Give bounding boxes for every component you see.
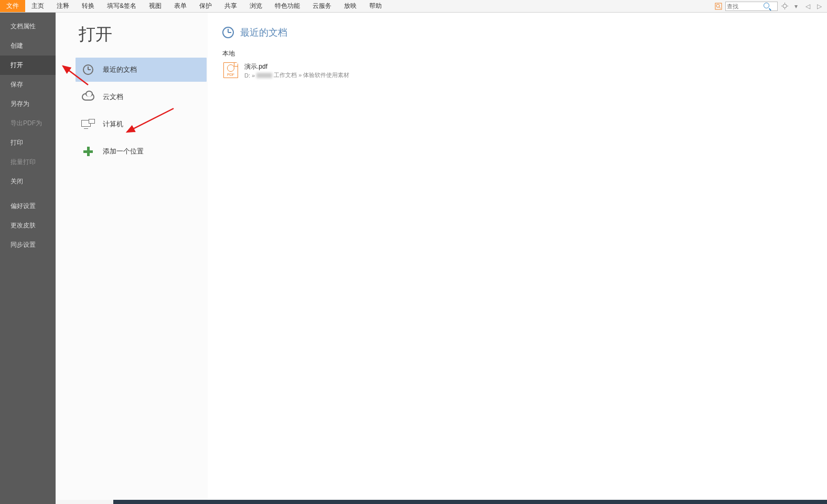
sidebar-item-3[interactable]: 保存 bbox=[0, 75, 56, 94]
location-cloud[interactable]: 云文档 bbox=[76, 85, 207, 109]
search-icon[interactable] bbox=[762, 2, 772, 10]
gear-icon[interactable] bbox=[780, 2, 789, 11]
sidebar-item-6[interactable]: 打印 bbox=[0, 133, 56, 152]
top-menubar: 文件主页注释转换填写&签名视图表单保护共享浏览特色功能云服务放映帮助 ▾ ◁ ▷ bbox=[0, 0, 827, 13]
menu-tab-5[interactable]: 视图 bbox=[143, 0, 168, 12]
menu-tab-2[interactable]: 注释 bbox=[50, 0, 76, 12]
doc-path: D: » 工作文档 » 体验软件使用素材 bbox=[244, 71, 349, 79]
menu-tab-4[interactable]: 填写&签名 bbox=[101, 0, 143, 12]
nav-forward-icon[interactable]: ▷ bbox=[814, 2, 824, 11]
menu-tab-10[interactable]: 特色功能 bbox=[268, 0, 306, 12]
menu-tab-3[interactable]: 转换 bbox=[76, 0, 101, 12]
menu-tab-1[interactable]: 主页 bbox=[25, 0, 50, 12]
location-clock[interactable]: 最近的文档 bbox=[76, 58, 207, 82]
file-sidebar: 文档属性创建打开保存另存为导出PDF为打印批量打印关闭偏好设置更改皮肤同步设置 bbox=[0, 13, 56, 504]
menu-tab-8[interactable]: 共享 bbox=[218, 0, 243, 12]
menu-tab-7[interactable]: 保护 bbox=[193, 0, 218, 12]
plus-icon bbox=[81, 144, 95, 159]
sidebar-item-9 bbox=[0, 191, 56, 196]
search-input[interactable] bbox=[726, 3, 762, 9]
recent-doc-0[interactable]: PDF演示.pdfD: » 工作文档 » 体验软件使用素材 bbox=[222, 60, 817, 81]
clock-icon bbox=[222, 27, 234, 38]
menu-tab-11[interactable]: 云服务 bbox=[306, 0, 338, 12]
sidebar-item-0[interactable]: 文档属性 bbox=[0, 17, 56, 36]
svg-line-2 bbox=[719, 7, 721, 8]
search-options-icon[interactable] bbox=[714, 2, 723, 11]
sidebar-item-11[interactable]: 更改皮肤 bbox=[0, 216, 56, 235]
clock-icon bbox=[81, 62, 95, 77]
sidebar-item-2[interactable]: 打开 bbox=[0, 56, 56, 75]
location-label: 添加一个位置 bbox=[103, 147, 144, 156]
recent-heading: 最近的文档 bbox=[222, 26, 817, 39]
menu-tab-12[interactable]: 放映 bbox=[338, 0, 363, 12]
sidebar-item-8[interactable]: 关闭 bbox=[0, 172, 56, 191]
recent-documents-pane: 最近的文档 本地 PDF演示.pdfD: » 工作文档 » 体验软件使用素材 bbox=[208, 13, 827, 504]
search-box[interactable] bbox=[725, 2, 778, 11]
location-label: 云文档 bbox=[103, 92, 123, 102]
recent-group-label: 本地 bbox=[222, 49, 817, 58]
status-strip bbox=[56, 500, 827, 504]
menu-tab-6[interactable]: 表单 bbox=[168, 0, 193, 12]
location-label: 计算机 bbox=[103, 119, 123, 129]
menu-tab-9[interactable]: 浏览 bbox=[243, 0, 268, 12]
cloud-icon bbox=[81, 90, 95, 104]
recent-heading-label: 最近的文档 bbox=[240, 26, 287, 39]
menu-tab-13[interactable]: 帮助 bbox=[363, 0, 388, 12]
sidebar-item-5: 导出PDF为 bbox=[0, 114, 56, 133]
svg-point-3 bbox=[783, 4, 787, 8]
sidebar-item-1[interactable]: 创建 bbox=[0, 36, 56, 56]
sidebar-item-12[interactable]: 同步设置 bbox=[0, 235, 56, 255]
gear-dropdown-icon[interactable]: ▾ bbox=[791, 2, 801, 11]
nav-back-icon[interactable]: ◁ bbox=[803, 2, 812, 11]
sidebar-item-4[interactable]: 另存为 bbox=[0, 94, 56, 114]
doc-title: 演示.pdf bbox=[244, 62, 349, 71]
sidebar-item-7: 批量打印 bbox=[0, 152, 56, 172]
location-pc[interactable]: 计算机 bbox=[76, 112, 207, 136]
pc-icon bbox=[81, 117, 95, 132]
pdf-file-icon: PDF bbox=[223, 62, 238, 78]
location-label: 最近的文档 bbox=[103, 65, 137, 74]
doc-info: 演示.pdfD: » 工作文档 » 体验软件使用素材 bbox=[244, 62, 349, 79]
location-plus[interactable]: 添加一个位置 bbox=[76, 139, 207, 163]
sidebar-item-10[interactable]: 偏好设置 bbox=[0, 196, 56, 216]
menu-tab-0[interactable]: 文件 bbox=[0, 0, 25, 12]
page-title: 打开 bbox=[76, 23, 207, 46]
open-locations-column: 打开 最近的文档云文档计算机添加一个位置 bbox=[56, 13, 208, 504]
